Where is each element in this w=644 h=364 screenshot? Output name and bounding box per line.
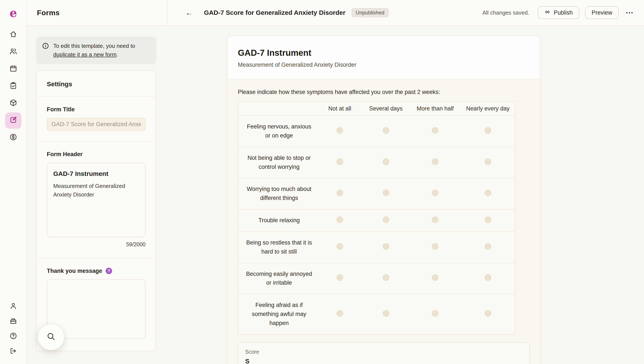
question-row: Being so restless that it is hard to sit… (238, 232, 515, 263)
radio-option[interactable] (383, 127, 389, 134)
more-options-button[interactable]: ⋯ (625, 6, 634, 19)
logout-icon (9, 347, 18, 357)
matrix-column-header: Not at all (317, 102, 362, 116)
radio-option[interactable] (336, 190, 343, 196)
sidebar-item-logout[interactable] (5, 345, 22, 358)
sidebar-item-home[interactable] (5, 26, 22, 43)
sidebar-item-payments[interactable] (5, 130, 22, 146)
score-label: Score (245, 349, 522, 355)
topbar-main: ← GAD-7 Score for Generalized Anxiety Di… (167, 0, 644, 25)
radio-option[interactable] (485, 274, 491, 281)
publish-button[interactable]: Publish (538, 6, 579, 19)
radio-option[interactable] (336, 158, 343, 165)
radio-option[interactable] (432, 243, 439, 250)
sidebar-item-patients[interactable] (5, 44, 22, 60)
sidebar-item-account[interactable] (5, 300, 22, 314)
radio-option[interactable] (485, 190, 491, 196)
app-logo[interactable]: e (0, 0, 27, 26)
search-icon (46, 332, 56, 343)
radio-option[interactable] (336, 274, 343, 281)
question-text: Not being able to stop or control worryi… (238, 147, 317, 178)
settings-heading: Settings (47, 80, 146, 88)
sidebar-item-notes[interactable] (5, 78, 22, 94)
calendar-icon (9, 64, 18, 74)
back-button[interactable]: ← (184, 7, 194, 18)
sidebar-item-packages[interactable] (5, 95, 22, 112)
autosave-status: All changes saved. (482, 10, 529, 16)
help-tooltip-icon[interactable]: ? (106, 268, 112, 274)
topbar-section: Forms (27, 0, 167, 25)
ellipsis-icon: ⋯ (625, 8, 634, 17)
question-row: Becoming easily annoyed or irritable (238, 263, 515, 294)
status-badge: Unpublished (352, 8, 389, 17)
help-icon (9, 332, 18, 342)
info-icon (42, 42, 49, 59)
matrix-header-row: Not at all Several days More than half N… (238, 102, 515, 116)
question-text: Becoming easily annoyed or irritable (238, 263, 317, 294)
score-section: Score S (238, 342, 530, 364)
topbar-actions: All changes saved. Publish Preview ⋯ (482, 6, 634, 19)
preview-button[interactable]: Preview (585, 6, 619, 19)
radio-option[interactable] (383, 158, 389, 165)
question-row: Feeling nervous, anxious or on edge (238, 116, 515, 147)
radio-option[interactable] (432, 216, 439, 223)
radio-option[interactable] (432, 310, 439, 317)
preview-button-label: Preview (592, 10, 612, 16)
question-text: Being so restless that it is hard to sit… (238, 232, 317, 263)
form-header-editor[interactable]: GAD-7 Instrument Measurement of Generali… (47, 163, 146, 237)
radio-option[interactable] (336, 310, 343, 317)
matrix-column-header: Nearly every day (461, 102, 515, 116)
radio-option[interactable] (432, 190, 439, 196)
question-text: Worrying too much about different things (238, 178, 317, 209)
logo-letter: e (10, 7, 17, 19)
radio-option[interactable] (383, 243, 389, 250)
question-text: Feeling afraid as if something awful may… (238, 294, 317, 334)
form-preview-header: GAD-7 Instrument Measurement of Generali… (227, 36, 540, 79)
sidebar-item-help[interactable] (5, 330, 22, 344)
packages-icon (9, 98, 18, 108)
form-header-title: GAD-7 Instrument (53, 170, 139, 178)
billing-icon (9, 316, 18, 327)
sidebar-item-forms[interactable] (5, 112, 22, 129)
radio-option[interactable] (432, 127, 439, 134)
radio-option[interactable] (383, 310, 389, 317)
question-row: Feeling afraid as if something awful may… (238, 294, 515, 334)
question-row: Not being able to stop or control worryi… (238, 147, 515, 178)
thank-you-label: Thank you message ? (47, 268, 146, 274)
form-title-section: Form Title (37, 96, 156, 141)
radio-option[interactable] (485, 310, 491, 317)
radio-option[interactable] (336, 216, 343, 223)
form-title-label: Form Title (47, 106, 146, 113)
radio-option[interactable] (432, 274, 439, 281)
radio-option[interactable] (485, 243, 491, 250)
radio-option[interactable] (485, 216, 491, 223)
topbar: Forms ← GAD-7 Score for Generalized Anxi… (27, 0, 644, 26)
radio-option[interactable] (336, 127, 343, 134)
back-arrow-icon: ← (185, 8, 193, 17)
radio-option[interactable] (432, 158, 439, 165)
settings-card: Settings Form Title Form Header GAD-7 In… (36, 70, 156, 351)
sidebar-footer-nav (5, 300, 22, 364)
score-value: S (245, 358, 522, 364)
question-matrix: Not at all Several days More than half N… (238, 102, 515, 334)
sidebar-item-billing[interactable] (5, 315, 22, 328)
radio-option[interactable] (485, 127, 491, 134)
form-preview-card: GAD-7 Instrument Measurement of Generali… (227, 36, 540, 364)
publish-button-label: Publish (554, 10, 573, 16)
search-fab-button[interactable] (38, 324, 64, 350)
radio-option[interactable] (383, 216, 389, 223)
template-notice: To edit this template, you need to dupli… (36, 36, 156, 64)
settings-panel: To edit this template, you need to dupli… (36, 36, 156, 351)
home-icon (9, 30, 18, 40)
payments-icon (9, 133, 18, 143)
radio-option[interactable] (485, 158, 491, 165)
app-window: e (0, 0, 644, 364)
radio-option[interactable] (383, 274, 389, 281)
form-title-input[interactable] (47, 118, 146, 131)
broadcast-icon (544, 9, 551, 17)
radio-option[interactable] (383, 190, 389, 196)
radio-option[interactable] (336, 243, 343, 250)
duplicate-form-link[interactable]: duplicate it as a new form (53, 51, 117, 58)
notice-text: To edit this template, you need to dupli… (53, 42, 150, 59)
sidebar-item-calendar[interactable] (5, 61, 22, 77)
